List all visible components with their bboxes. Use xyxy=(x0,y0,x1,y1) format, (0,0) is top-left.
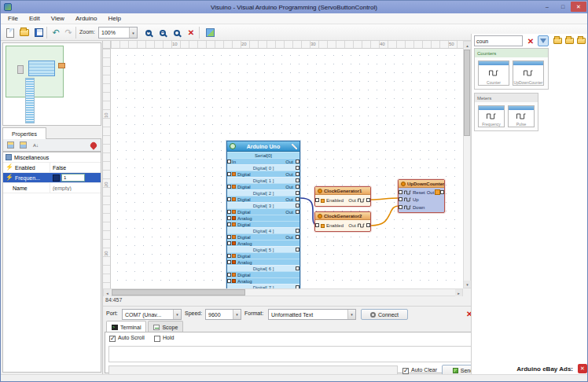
pin[interactable] xyxy=(227,260,231,264)
categorized-view-button[interactable] xyxy=(6,140,16,150)
property-category-row[interactable]: Miscellaneous xyxy=(3,152,101,163)
counter-reset-pin[interactable] xyxy=(399,190,402,194)
wrench-icon[interactable] xyxy=(292,144,297,149)
scroll-right-arrow[interactable]: ▸ xyxy=(455,289,462,296)
pin[interactable] xyxy=(296,160,300,163)
pin[interactable] xyxy=(227,254,231,258)
pin[interactable] xyxy=(296,178,300,182)
clock2-header[interactable]: ClockGenerator2 xyxy=(315,212,370,220)
undo-button[interactable]: ↶ xyxy=(50,27,62,39)
view-mode-button[interactable] xyxy=(575,35,586,46)
component-search-input[interactable] xyxy=(474,35,523,46)
pin[interactable] xyxy=(296,235,300,239)
palette-item-frequency[interactable]: Frequency xyxy=(478,105,505,127)
palette-group-header[interactable]: Meters xyxy=(475,94,538,102)
pin[interactable] xyxy=(296,197,300,201)
format-combobox[interactable]: Unformatted Text▾ xyxy=(268,309,356,320)
component-clockgenerator1[interactable]: ClockGenerator1 Enabled Out xyxy=(314,186,371,207)
property-row-frequency[interactable]: ⚡Frequen... 1 xyxy=(3,173,101,183)
tab-terminal[interactable]: >Terminal xyxy=(106,321,146,332)
ads-close-button[interactable]: ✕ xyxy=(578,364,587,373)
auto-scroll-checkbox[interactable] xyxy=(109,336,116,342)
sort-button[interactable]: A↓ xyxy=(31,140,41,150)
component-clockgenerator2[interactable]: ClockGenerator2 Enabled Out xyxy=(314,211,371,232)
clock2-enabled-pin[interactable] xyxy=(315,223,319,227)
pin[interactable] xyxy=(227,222,231,226)
pin[interactable] xyxy=(296,248,300,252)
pin[interactable] xyxy=(296,166,300,170)
scroll-left-arrow[interactable]: ◂ xyxy=(104,289,111,296)
alphabetical-view-button[interactable] xyxy=(18,140,28,150)
counter-out-pin[interactable] xyxy=(440,190,444,194)
arduino-header[interactable]: Arduino Uno xyxy=(227,141,300,152)
pin[interactable] xyxy=(296,204,300,208)
menu-item-arduino[interactable]: Arduino xyxy=(70,13,103,24)
close-button[interactable]: ✕ xyxy=(571,2,586,12)
vertical-scrollbar[interactable]: ▴ ▾ xyxy=(463,41,471,288)
pin[interactable] xyxy=(227,279,231,283)
pin[interactable] xyxy=(296,172,300,176)
pin[interactable] xyxy=(227,273,231,277)
collapse-categories-button[interactable] xyxy=(564,35,575,46)
connect-button[interactable]: Connect xyxy=(361,309,408,320)
pin[interactable] xyxy=(227,216,231,220)
pin[interactable] xyxy=(227,197,231,201)
maximize-button[interactable]: □ xyxy=(555,2,571,12)
counter-up-pin[interactable] xyxy=(399,197,402,201)
pin[interactable] xyxy=(227,241,231,245)
menu-item-view[interactable]: View xyxy=(46,13,70,24)
scroll-up-arrow[interactable]: ▴ xyxy=(464,42,471,49)
palette-item-updowncounter[interactable]: UpDownCounter xyxy=(513,61,544,86)
port-combobox[interactable]: COM7 (Unav...▾ xyxy=(122,309,182,320)
overview-minimap[interactable] xyxy=(2,42,101,126)
zoom-actual-button[interactable] xyxy=(171,27,183,39)
palette-item-pulse[interactable]: Pulse xyxy=(508,105,535,127)
speed-combobox[interactable]: 9600▾ xyxy=(205,309,241,320)
scrollbar-thumb[interactable] xyxy=(112,289,245,296)
component-arduino-uno[interactable]: Arduino Uno Serial[0]InOutDigital[ 0 ]Di… xyxy=(226,141,300,288)
menu-item-help[interactable]: Help xyxy=(102,13,126,24)
save-project-button[interactable] xyxy=(32,27,45,39)
pin[interactable] xyxy=(227,210,231,214)
design-canvas[interactable]: Arduino Uno Serial[0]InOutDigital[ 0 ]Di… xyxy=(111,49,463,288)
scroll-down-arrow[interactable]: ▾ xyxy=(464,281,471,288)
expand-categories-button[interactable] xyxy=(552,35,563,46)
clock1-out-pin[interactable] xyxy=(366,198,370,202)
component-updowncounter1[interactable]: UpDownCounter1 Reset Out Up xyxy=(398,179,445,213)
title-bar[interactable]: Visuino - Visual Arduino Programming (Se… xyxy=(1,1,587,13)
tab-properties[interactable]: Properties xyxy=(2,127,46,139)
arrange-button[interactable] xyxy=(204,27,216,39)
hold-checkbox[interactable] xyxy=(154,336,160,342)
counter-header[interactable]: UpDownCounter1 xyxy=(399,180,444,188)
pin[interactable] xyxy=(296,210,300,214)
pin[interactable] xyxy=(296,266,300,270)
menu-item-file[interactable]: File xyxy=(2,13,24,24)
pin-panel-button[interactable] xyxy=(88,140,98,150)
pin[interactable] xyxy=(296,191,300,195)
clear-search-button[interactable]: ✕ xyxy=(525,35,536,46)
zoom-out-button[interactable]: – xyxy=(156,27,169,39)
pin[interactable] xyxy=(227,185,231,189)
minimize-button[interactable]: – xyxy=(539,2,555,12)
zoom-in-button[interactable]: + xyxy=(142,27,155,39)
property-value[interactable]: False xyxy=(50,165,101,171)
counter-down-pin[interactable] xyxy=(399,205,402,209)
clock1-header[interactable]: ClockGenerator1 xyxy=(315,187,370,195)
palette-item-counter[interactable]: Counter xyxy=(478,61,509,86)
filter-button[interactable] xyxy=(538,35,549,46)
frequency-value-input[interactable]: 1 xyxy=(61,174,85,182)
pin[interactable] xyxy=(296,185,300,189)
property-row-name[interactable]: Name (empty) xyxy=(3,183,101,193)
new-project-button[interactable] xyxy=(4,27,17,39)
zoom-combobox[interactable]: 100%▾ xyxy=(98,27,138,39)
pin[interactable] xyxy=(296,229,300,233)
property-value[interactable]: (empty) xyxy=(50,185,101,191)
property-row-enabled[interactable]: ⚡Enabled False xyxy=(3,163,101,173)
clock2-out-pin[interactable] xyxy=(366,223,370,227)
horizontal-scrollbar[interactable]: ◂ ▸ xyxy=(103,288,463,296)
redo-button[interactable]: ↷ xyxy=(62,27,75,39)
menu-item-edit[interactable]: Edit xyxy=(24,13,46,24)
pin[interactable] xyxy=(227,160,231,163)
pin[interactable] xyxy=(227,235,231,239)
tab-scope[interactable]: Scope xyxy=(148,321,183,332)
